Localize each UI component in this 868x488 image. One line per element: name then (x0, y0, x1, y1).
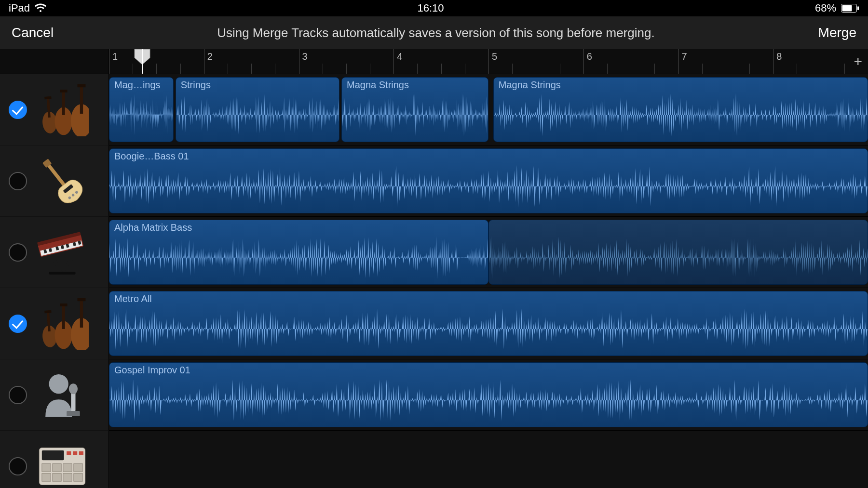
track-select-checkbox[interactable] (9, 386, 27, 404)
wifi-icon (35, 3, 46, 13)
status-right: 68% (815, 2, 859, 14)
ruler-subtick (726, 64, 726, 74)
tracks-scroll[interactable]: Mag…ingsStringsMagna StringsMagna String… (0, 74, 868, 488)
audio-region[interactable]: Magna Strings (493, 77, 868, 142)
track-select-checkbox[interactable] (9, 315, 27, 333)
audio-region[interactable]: Metro All (109, 291, 868, 356)
audio-region[interactable]: Gospel Improv 01 (109, 362, 868, 427)
ruler-header (0, 49, 109, 74)
svg-rect-6 (62, 90, 65, 115)
ruler-subtick (180, 64, 181, 74)
ruler-subtick (346, 64, 347, 74)
svg-rect-47 (63, 473, 72, 481)
audio-region[interactable]: Mag…ings (109, 77, 174, 142)
svg-rect-41 (42, 463, 51, 472)
audio-region[interactable]: Alpha Matrix Bass (109, 220, 488, 285)
clock: 16:10 (417, 2, 444, 14)
ruler-subtick (417, 64, 418, 74)
track-lane[interactable]: Boogie…Bass 01 (109, 145, 868, 217)
ruler-bar: 3 (299, 49, 299, 74)
svg-rect-31 (80, 298, 83, 327)
merge-toolbar: Cancel Using Merge Tracks automatically … (0, 16, 868, 49)
ruler-subtick (323, 64, 323, 74)
track-row: Gospel Improv 01 (0, 359, 868, 431)
ruler-subtick (133, 64, 133, 74)
svg-rect-45 (42, 473, 51, 481)
audio-region[interactable] (488, 220, 868, 285)
svg-point-7 (71, 104, 89, 136)
svg-point-34 (69, 383, 78, 394)
svg-rect-8 (80, 84, 83, 113)
svg-rect-29 (62, 303, 65, 329)
svg-rect-35 (67, 411, 80, 416)
ruler-subtick (797, 64, 797, 74)
ruler-bar: 6 (583, 49, 584, 74)
track-header[interactable] (0, 288, 109, 359)
cancel-button[interactable]: Cancel (12, 25, 54, 40)
track-select-checkbox[interactable] (9, 172, 27, 190)
strings-icon (36, 83, 89, 136)
track-header[interactable] (0, 359, 109, 431)
track-header[interactable] (0, 74, 109, 145)
svg-rect-46 (53, 473, 61, 481)
status-left: iPad (9, 2, 46, 14)
add-bar-button[interactable]: + (854, 53, 862, 70)
ruler-subtick (702, 64, 703, 74)
ruler-subtick (560, 64, 560, 74)
ruler-bar: 1 (109, 49, 109, 74)
svg-rect-39 (73, 451, 77, 454)
ruler-subtick (156, 64, 157, 74)
svg-rect-25 (49, 272, 76, 275)
track-header[interactable] (0, 431, 109, 488)
ruler-subtick (512, 64, 513, 74)
keyboard-icon (36, 226, 89, 279)
ruler-bar: 5 (488, 49, 489, 74)
ruler-subtick (465, 64, 465, 74)
ruler-subtick (749, 64, 750, 74)
svg-rect-44 (74, 463, 82, 472)
audio-region[interactable]: Strings (176, 77, 339, 142)
audio-region[interactable]: Boogie…Bass 01 (109, 148, 868, 213)
timeline-ruler[interactable]: + 12345678 (109, 49, 868, 74)
workspace: + 12345678 Mag…ingsStringsMagna StringsM… (0, 49, 868, 488)
svg-rect-38 (67, 451, 71, 454)
track-lane[interactable] (109, 431, 868, 488)
svg-point-32 (49, 374, 68, 393)
track-row: Boogie…Bass 01 (0, 145, 868, 217)
track-lane[interactable]: Mag…ingsStringsMagna StringsMagna String… (109, 74, 868, 145)
ruler-subtick (536, 64, 536, 74)
track-row: Mag…ingsStringsMagna StringsMagna String… (0, 74, 868, 145)
track-header[interactable] (0, 145, 109, 217)
track-lane[interactable]: Metro All (109, 288, 868, 359)
tracks-container: Mag…ingsStringsMagna StringsMagna String… (0, 74, 868, 488)
track-lane[interactable]: Alpha Matrix Bass (109, 217, 868, 288)
track-lane[interactable]: Gospel Improv 01 (109, 359, 868, 431)
status-bar: iPad 16:10 68% (0, 0, 868, 16)
track-select-checkbox[interactable] (9, 457, 27, 475)
ruler-bar-label: 2 (207, 51, 213, 62)
ruler-bar-label: 6 (587, 51, 592, 62)
audio-region[interactable]: Magna Strings (341, 77, 488, 142)
track-row (0, 431, 868, 488)
track-header[interactable] (0, 217, 109, 288)
ruler-bar-label: 1 (112, 51, 118, 62)
svg-rect-43 (63, 463, 72, 472)
ruler-subtick (631, 64, 631, 74)
ruler-bar-label: 7 (682, 51, 687, 62)
ruler-bar-label: 3 (302, 51, 308, 62)
track-select-checkbox[interactable] (9, 243, 27, 262)
svg-rect-42 (53, 463, 61, 472)
guitar-icon (36, 155, 89, 208)
ruler-bar-label: 8 (776, 51, 782, 62)
ruler-subtick (228, 64, 228, 74)
merge-button[interactable]: Merge (818, 25, 856, 40)
ruler-bar: 2 (204, 49, 204, 74)
merge-info-text: Using Merge Tracks automatically saves a… (217, 26, 655, 40)
ruler-bar-label: 5 (492, 51, 497, 62)
vocal-icon (36, 369, 89, 422)
battery-pct: 68% (815, 2, 836, 14)
svg-rect-1 (842, 5, 852, 12)
battery-icon (841, 4, 859, 13)
track-select-checkbox[interactable] (9, 101, 27, 119)
ruler-row: + 12345678 (0, 49, 868, 74)
